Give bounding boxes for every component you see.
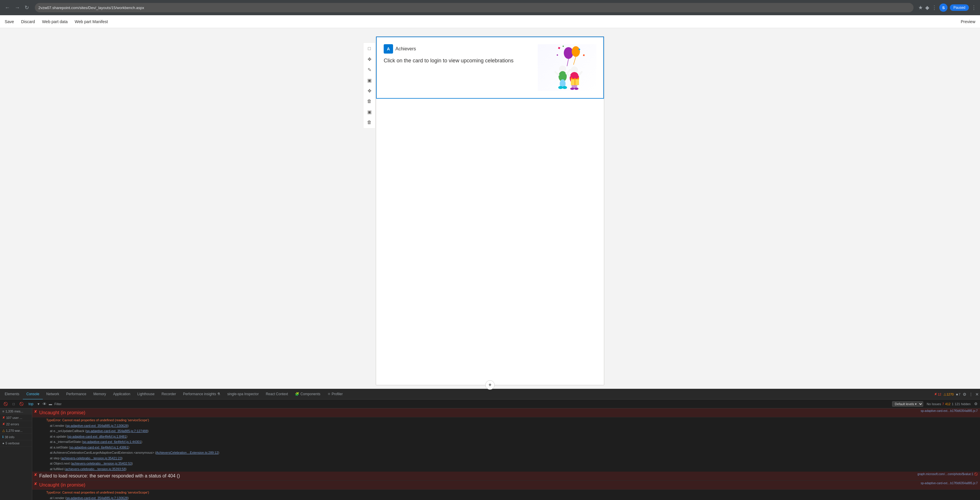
default-levels-select[interactable]: Default levels ▾ <box>892 402 923 406</box>
tab-recorder[interactable]: Recorder <box>158 389 180 400</box>
verbose-icon: ● <box>2 441 5 445</box>
card-message: Click on the card to login to view upcom… <box>384 57 533 64</box>
preview-link[interactable]: Preview <box>961 19 975 24</box>
duplicate-button[interactable]: ▣ <box>364 76 374 85</box>
stack-type-error-1: TypeError: Cannot read properties of und… <box>32 417 980 423</box>
filter-icon[interactable]: ▬ <box>49 402 52 406</box>
extensions-icon[interactable]: ◆ <box>925 5 929 11</box>
reorder-button[interactable]: ✥ <box>364 86 374 95</box>
tab-react-context[interactable]: React Context <box>262 389 291 400</box>
console-main: ≡ 1,335 mes... ✘ 107 user ... ✘ 22 error… <box>0 408 980 500</box>
achievers-card[interactable]: A Achievers Click on the card to login t… <box>376 37 604 98</box>
copy-button[interactable]: ▣ <box>364 107 374 116</box>
discard-link[interactable]: Discard <box>21 19 35 24</box>
sidebar-warnings[interactable]: △ 1,270 war... <box>0 427 32 434</box>
user-messages-label: 107 user ... <box>6 416 22 419</box>
error-source-2[interactable]: sp-adaptive-card-ext…b17f0d6354a885.js:7 <box>921 481 978 485</box>
settings-icon[interactable]: ⚙ <box>963 392 967 397</box>
svg-point-26 <box>570 87 574 90</box>
achievers-logo-icon: A <box>384 44 393 54</box>
stack-2-1: at l.render (sp-adaptive-card-ext_354a88… <box>32 495 980 500</box>
save-link[interactable]: Save <box>5 19 14 24</box>
address-bar[interactable]: 2vzw07.sharepoint.com/sites/Dev/_layouts… <box>35 3 913 12</box>
edit-button[interactable]: ✎ <box>364 65 374 75</box>
stack-1-9: at fulfilled (achievers-celebratio…tensi… <box>32 466 980 472</box>
stack-1-4: at a._internalSetState (sp-adaptive-card… <box>32 439 980 444</box>
web-part-data-link[interactable]: Web part data <box>42 19 68 24</box>
delete-button[interactable]: 🗑 <box>364 97 374 106</box>
tab-profiler[interactable]: ⚛ Profiler <box>324 389 346 400</box>
stack-link-1-1[interactable]: sp-adaptive-card-ext_354a885.js:7:130628 <box>66 424 127 427</box>
error-icon-2: ✘ <box>34 481 37 486</box>
sidebar-info[interactable]: ℹ 38 info <box>0 434 32 440</box>
issues-count-412: 412 <box>945 402 950 406</box>
issues-count-1: 1 <box>951 402 953 406</box>
more-devtools-icon[interactable]: ⋮ <box>969 392 973 397</box>
top-chevron[interactable]: ▼ <box>37 402 40 406</box>
stack-1-2: at e._onUpdateCallback (sp-adaptive-card… <box>32 428 980 434</box>
add-webpart-button[interactable]: + <box>485 380 495 390</box>
stack-link-1-9[interactable]: achievers-celebratio…tension.js:35393:58 <box>65 467 126 471</box>
eye-icon[interactable]: 👁 <box>43 402 46 406</box>
tab-memory[interactable]: Memory <box>90 389 110 400</box>
main-area: □ ✥ ✎ ▣ ✥ 🗑 ▣ 🗑 A Achievers Click on the… <box>0 28 980 389</box>
svg-line-17 <box>566 73 570 76</box>
user-icon: ✘ <box>2 416 5 419</box>
comment-button[interactable]: □ <box>364 44 374 53</box>
stack-1-6: at AchieversCelebrationCardLargeAdaptive… <box>32 450 980 456</box>
no-issues-indicator: No Issues 7 412 1 121 hidden <box>927 402 970 406</box>
webpart-toolbar: □ ✥ ✎ ▣ ✥ 🗑 ▣ 🗑 <box>363 43 375 129</box>
close-devtools-icon[interactable]: ✕ <box>975 392 979 397</box>
svg-point-24 <box>558 86 563 89</box>
achievers-logo-text: Achievers <box>395 46 416 52</box>
devtools: Elements Console Network Performance Mem… <box>0 389 980 500</box>
chrome-menu-icon[interactable]: ⋮ <box>932 5 937 11</box>
profile-button[interactable]: S <box>939 3 948 12</box>
top-context[interactable]: top <box>27 402 35 406</box>
paused-button[interactable]: Paused <box>950 5 969 11</box>
tab-lighthouse[interactable]: Lighthouse <box>134 389 158 400</box>
stack-link-1-2[interactable]: sp-adaptive-card-ext_354a885.js:7:127488 <box>86 429 147 433</box>
tab-performance[interactable]: Performance <box>63 389 90 400</box>
no-issues-button[interactable]: 🚫 <box>18 402 25 406</box>
sidebar-verbose[interactable]: ● 5 verbose <box>0 440 32 446</box>
stack-link-1-4[interactable]: sp-adaptive-card-ext_6e4fefcf.js:1:44301 <box>83 440 141 443</box>
sidebar-errors[interactable]: ✘ 22 errors <box>0 421 32 427</box>
tab-components[interactable]: 🧩 Components <box>291 389 324 400</box>
stack-1-3: at e.update (sp-adaptive-card-ext_d6e4fe… <box>32 434 980 440</box>
stack-link-1-5[interactable]: sp-adaptive-card-ext_6e4fefcf.js:1:43861 <box>70 446 128 449</box>
move-button[interactable]: ✥ <box>364 54 374 64</box>
clear-console-button[interactable]: 🚫 <box>2 402 9 406</box>
error-source-1[interactable]: sp-adaptive-card-ext…b17f0d6354a885.js:7 <box>921 409 978 413</box>
forward-button[interactable]: → <box>13 3 21 12</box>
sidebar-all-messages[interactable]: ≡ 1,335 mes... <box>0 408 32 414</box>
trash-button[interactable]: 🗑 <box>364 118 374 127</box>
tab-network[interactable]: Network <box>43 389 63 400</box>
tab-performance-insights[interactable]: Performance insights ⚗ <box>180 389 224 400</box>
svg-line-13 <box>567 70 570 73</box>
error-source-404[interactable]: graph.microsoft.com/…com/photo/$value:1 … <box>918 473 978 476</box>
sidebar-user-messages[interactable]: ✘ 107 user ... <box>0 414 32 421</box>
filter-label[interactable]: Filter <box>54 402 62 406</box>
stack-link-1-3[interactable]: sp-adaptive-card-ext_d6e4fefcf.js:1:8481 <box>68 435 126 438</box>
inspect-button[interactable]: □ <box>11 402 16 406</box>
stack-link-2-1[interactable]: sp-adaptive-card-ext_354a885.js:7:130628 <box>66 496 127 500</box>
stack-link-1-6[interactable]: AchieversCelebration…Extension.ts:289:12 <box>156 451 218 454</box>
reload-button[interactable]: ↻ <box>24 3 30 12</box>
web-part-manifest-link[interactable]: Web part Manifest <box>75 19 108 24</box>
tab-single-spa[interactable]: single-spa Inspector <box>224 389 262 400</box>
console-settings-icon[interactable]: ⚙ <box>974 402 978 406</box>
tab-elements[interactable]: Elements <box>1 389 23 400</box>
back-button[interactable]: ← <box>3 3 11 12</box>
stack-link-1-7[interactable]: achievers-celebratio…tension.js:35421:23 <box>62 456 121 460</box>
more-icon[interactable]: ⋮ <box>971 5 977 11</box>
warnings-label: 1,270 war... <box>6 429 22 432</box>
tab-console[interactable]: Console <box>23 389 43 400</box>
stack-1-8: at Object.next (achievers-celebratio…ten… <box>32 461 980 466</box>
bookmark-icon[interactable]: ★ <box>918 5 923 11</box>
tab-application[interactable]: Application <box>110 389 134 400</box>
errors-label: 22 errors <box>6 422 19 426</box>
stack-link-1-8[interactable]: achievers-celebratio…tension.js:35402:53 <box>72 462 132 465</box>
messages-panel: ✘ Uncaught (in promise) sp-adaptive-card… <box>32 408 980 500</box>
all-messages-label: 1,335 mes... <box>5 410 23 413</box>
